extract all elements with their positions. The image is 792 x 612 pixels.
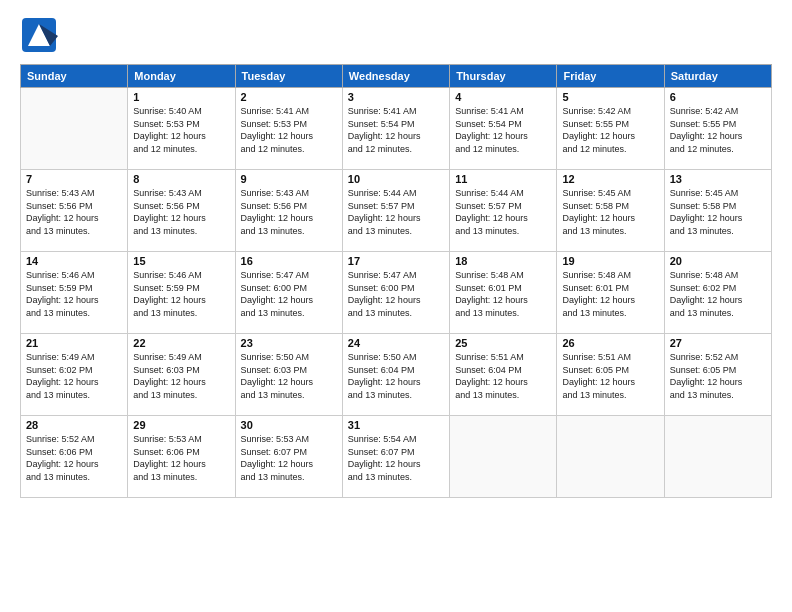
calendar-cell <box>21 88 128 170</box>
day-number: 1 <box>133 91 229 103</box>
day-number: 10 <box>348 173 444 185</box>
logo-icon <box>20 16 58 54</box>
calendar-cell: 28Sunrise: 5:52 AM Sunset: 6:06 PM Dayli… <box>21 416 128 498</box>
calendar-cell: 3Sunrise: 5:41 AM Sunset: 5:54 PM Daylig… <box>342 88 449 170</box>
day-number: 31 <box>348 419 444 431</box>
day-info: Sunrise: 5:48 AM Sunset: 6:01 PM Dayligh… <box>455 269 551 319</box>
day-info: Sunrise: 5:41 AM Sunset: 5:54 PM Dayligh… <box>348 105 444 155</box>
day-number: 18 <box>455 255 551 267</box>
day-info: Sunrise: 5:41 AM Sunset: 5:54 PM Dayligh… <box>455 105 551 155</box>
calendar-cell: 18Sunrise: 5:48 AM Sunset: 6:01 PM Dayli… <box>450 252 557 334</box>
calendar-cell: 10Sunrise: 5:44 AM Sunset: 5:57 PM Dayli… <box>342 170 449 252</box>
day-info: Sunrise: 5:51 AM Sunset: 6:04 PM Dayligh… <box>455 351 551 401</box>
calendar-table: SundayMondayTuesdayWednesdayThursdayFrid… <box>20 64 772 498</box>
calendar-cell: 23Sunrise: 5:50 AM Sunset: 6:03 PM Dayli… <box>235 334 342 416</box>
day-info: Sunrise: 5:48 AM Sunset: 6:01 PM Dayligh… <box>562 269 658 319</box>
calendar-cell: 1Sunrise: 5:40 AM Sunset: 5:53 PM Daylig… <box>128 88 235 170</box>
weekday-header-tuesday: Tuesday <box>235 65 342 88</box>
calendar-cell: 24Sunrise: 5:50 AM Sunset: 6:04 PM Dayli… <box>342 334 449 416</box>
day-info: Sunrise: 5:40 AM Sunset: 5:53 PM Dayligh… <box>133 105 229 155</box>
day-info: Sunrise: 5:47 AM Sunset: 6:00 PM Dayligh… <box>348 269 444 319</box>
day-info: Sunrise: 5:43 AM Sunset: 5:56 PM Dayligh… <box>241 187 337 237</box>
day-info: Sunrise: 5:43 AM Sunset: 5:56 PM Dayligh… <box>133 187 229 237</box>
day-number: 6 <box>670 91 766 103</box>
day-number: 8 <box>133 173 229 185</box>
calendar-cell: 29Sunrise: 5:53 AM Sunset: 6:06 PM Dayli… <box>128 416 235 498</box>
calendar-cell <box>664 416 771 498</box>
calendar-cell: 12Sunrise: 5:45 AM Sunset: 5:58 PM Dayli… <box>557 170 664 252</box>
day-number: 26 <box>562 337 658 349</box>
day-info: Sunrise: 5:51 AM Sunset: 6:05 PM Dayligh… <box>562 351 658 401</box>
day-number: 24 <box>348 337 444 349</box>
day-number: 23 <box>241 337 337 349</box>
calendar-cell: 9Sunrise: 5:43 AM Sunset: 5:56 PM Daylig… <box>235 170 342 252</box>
day-number: 16 <box>241 255 337 267</box>
day-info: Sunrise: 5:48 AM Sunset: 6:02 PM Dayligh… <box>670 269 766 319</box>
calendar-cell: 22Sunrise: 5:49 AM Sunset: 6:03 PM Dayli… <box>128 334 235 416</box>
day-info: Sunrise: 5:42 AM Sunset: 5:55 PM Dayligh… <box>562 105 658 155</box>
weekday-header-saturday: Saturday <box>664 65 771 88</box>
calendar-cell: 16Sunrise: 5:47 AM Sunset: 6:00 PM Dayli… <box>235 252 342 334</box>
calendar-week-2: 7Sunrise: 5:43 AM Sunset: 5:56 PM Daylig… <box>21 170 772 252</box>
calendar-cell: 26Sunrise: 5:51 AM Sunset: 6:05 PM Dayli… <box>557 334 664 416</box>
calendar-week-5: 28Sunrise: 5:52 AM Sunset: 6:06 PM Dayli… <box>21 416 772 498</box>
day-info: Sunrise: 5:47 AM Sunset: 6:00 PM Dayligh… <box>241 269 337 319</box>
calendar-cell: 7Sunrise: 5:43 AM Sunset: 5:56 PM Daylig… <box>21 170 128 252</box>
day-info: Sunrise: 5:46 AM Sunset: 5:59 PM Dayligh… <box>133 269 229 319</box>
logo-wrapper <box>20 16 62 54</box>
calendar-cell: 14Sunrise: 5:46 AM Sunset: 5:59 PM Dayli… <box>21 252 128 334</box>
calendar-cell: 8Sunrise: 5:43 AM Sunset: 5:56 PM Daylig… <box>128 170 235 252</box>
page-container: SundayMondayTuesdayWednesdayThursdayFrid… <box>0 0 792 508</box>
calendar-cell: 21Sunrise: 5:49 AM Sunset: 6:02 PM Dayli… <box>21 334 128 416</box>
day-number: 15 <box>133 255 229 267</box>
day-number: 3 <box>348 91 444 103</box>
day-info: Sunrise: 5:54 AM Sunset: 6:07 PM Dayligh… <box>348 433 444 483</box>
weekday-header-wednesday: Wednesday <box>342 65 449 88</box>
calendar-cell: 5Sunrise: 5:42 AM Sunset: 5:55 PM Daylig… <box>557 88 664 170</box>
weekday-header-friday: Friday <box>557 65 664 88</box>
day-info: Sunrise: 5:42 AM Sunset: 5:55 PM Dayligh… <box>670 105 766 155</box>
day-number: 7 <box>26 173 122 185</box>
weekday-header-row: SundayMondayTuesdayWednesdayThursdayFrid… <box>21 65 772 88</box>
day-info: Sunrise: 5:45 AM Sunset: 5:58 PM Dayligh… <box>562 187 658 237</box>
day-info: Sunrise: 5:53 AM Sunset: 6:06 PM Dayligh… <box>133 433 229 483</box>
calendar-cell: 17Sunrise: 5:47 AM Sunset: 6:00 PM Dayli… <box>342 252 449 334</box>
day-number: 2 <box>241 91 337 103</box>
calendar-cell <box>450 416 557 498</box>
calendar-cell: 31Sunrise: 5:54 AM Sunset: 6:07 PM Dayli… <box>342 416 449 498</box>
calendar-cell: 25Sunrise: 5:51 AM Sunset: 6:04 PM Dayli… <box>450 334 557 416</box>
day-info: Sunrise: 5:52 AM Sunset: 6:05 PM Dayligh… <box>670 351 766 401</box>
day-number: 27 <box>670 337 766 349</box>
calendar-cell: 6Sunrise: 5:42 AM Sunset: 5:55 PM Daylig… <box>664 88 771 170</box>
day-number: 28 <box>26 419 122 431</box>
day-number: 21 <box>26 337 122 349</box>
calendar-cell: 15Sunrise: 5:46 AM Sunset: 5:59 PM Dayli… <box>128 252 235 334</box>
calendar-cell: 20Sunrise: 5:48 AM Sunset: 6:02 PM Dayli… <box>664 252 771 334</box>
calendar-week-3: 14Sunrise: 5:46 AM Sunset: 5:59 PM Dayli… <box>21 252 772 334</box>
day-info: Sunrise: 5:50 AM Sunset: 6:03 PM Dayligh… <box>241 351 337 401</box>
day-info: Sunrise: 5:43 AM Sunset: 5:56 PM Dayligh… <box>26 187 122 237</box>
day-number: 9 <box>241 173 337 185</box>
day-number: 22 <box>133 337 229 349</box>
logo <box>20 16 62 54</box>
day-number: 19 <box>562 255 658 267</box>
calendar-week-4: 21Sunrise: 5:49 AM Sunset: 6:02 PM Dayli… <box>21 334 772 416</box>
day-number: 13 <box>670 173 766 185</box>
day-number: 20 <box>670 255 766 267</box>
calendar-cell: 11Sunrise: 5:44 AM Sunset: 5:57 PM Dayli… <box>450 170 557 252</box>
day-number: 11 <box>455 173 551 185</box>
calendar-week-1: 1Sunrise: 5:40 AM Sunset: 5:53 PM Daylig… <box>21 88 772 170</box>
calendar-cell: 19Sunrise: 5:48 AM Sunset: 6:01 PM Dayli… <box>557 252 664 334</box>
day-info: Sunrise: 5:49 AM Sunset: 6:03 PM Dayligh… <box>133 351 229 401</box>
day-number: 5 <box>562 91 658 103</box>
day-number: 25 <box>455 337 551 349</box>
day-number: 4 <box>455 91 551 103</box>
day-info: Sunrise: 5:52 AM Sunset: 6:06 PM Dayligh… <box>26 433 122 483</box>
header <box>20 16 772 54</box>
day-info: Sunrise: 5:46 AM Sunset: 5:59 PM Dayligh… <box>26 269 122 319</box>
day-info: Sunrise: 5:44 AM Sunset: 5:57 PM Dayligh… <box>348 187 444 237</box>
day-info: Sunrise: 5:50 AM Sunset: 6:04 PM Dayligh… <box>348 351 444 401</box>
day-info: Sunrise: 5:41 AM Sunset: 5:53 PM Dayligh… <box>241 105 337 155</box>
calendar-cell: 13Sunrise: 5:45 AM Sunset: 5:58 PM Dayli… <box>664 170 771 252</box>
day-number: 17 <box>348 255 444 267</box>
